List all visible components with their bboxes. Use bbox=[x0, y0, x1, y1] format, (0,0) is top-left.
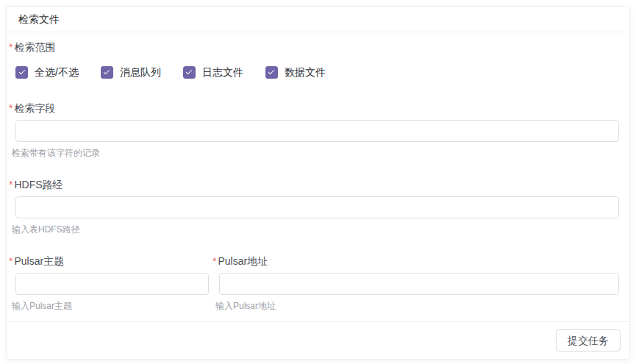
checkbox-label: 全选/不选 bbox=[35, 65, 79, 79]
scope-checkbox-group: 全选/不选 消息队列 日志文件 数据文件 bbox=[15, 65, 619, 79]
checkbox-label: 消息队列 bbox=[120, 65, 161, 79]
pulsar-topic-helper-text: 输入Pulsar主题 bbox=[12, 301, 209, 311]
pulsar-topic-input[interactable] bbox=[15, 273, 209, 295]
card-footer: 提交任务 bbox=[7, 321, 629, 359]
scope-label-text: 检索范围 bbox=[14, 41, 55, 53]
pulsar-topic-label-text: Pulsar主题 bbox=[14, 255, 64, 267]
checkbox-checked-icon bbox=[101, 66, 113, 79]
submit-task-button[interactable]: 提交任务 bbox=[556, 329, 621, 351]
pulsar-topic-label: * Pulsar主题 bbox=[9, 255, 209, 267]
checkbox-checked-icon bbox=[265, 66, 278, 79]
checkbox-checked-icon bbox=[183, 66, 196, 79]
check-icon bbox=[104, 68, 110, 74]
keyword-helper-text: 检索带有该字符的记录 bbox=[12, 148, 619, 158]
check-icon bbox=[18, 68, 24, 74]
hdfs-helper-text: 输入表HDFS路径 bbox=[12, 224, 619, 235]
check-icon bbox=[186, 68, 192, 74]
hdfs-field-label: * HDFS路经 bbox=[9, 179, 619, 190]
required-asterisk: * bbox=[9, 41, 12, 53]
checkbox-label: 日志文件 bbox=[202, 65, 243, 79]
pulsar-address-input[interactable] bbox=[219, 273, 619, 295]
pulsar-address-field: * Pulsar地址 输入Pulsar地址 bbox=[219, 255, 619, 311]
keyword-field-label: * 检索字段 bbox=[9, 102, 619, 114]
pulsar-address-label-text: Pulsar地址 bbox=[218, 255, 268, 267]
keyword-label-text: 检索字段 bbox=[14, 102, 55, 114]
required-asterisk: * bbox=[9, 179, 12, 190]
checkbox-log-files[interactable]: 日志文件 bbox=[183, 65, 243, 79]
checkbox-select-all[interactable]: 全选/不选 bbox=[15, 65, 79, 79]
card-header: 检索文件 bbox=[7, 7, 629, 32]
search-files-form: * 检索范围 全选/不选 消息队列 日志文件 数据文件 * 检索 bbox=[7, 32, 629, 311]
scope-field-label: * 检索范围 bbox=[9, 41, 619, 53]
required-asterisk: * bbox=[9, 255, 12, 267]
required-asterisk: * bbox=[9, 102, 12, 114]
checkbox-label: 数据文件 bbox=[285, 65, 326, 79]
checkbox-data-files[interactable]: 数据文件 bbox=[265, 65, 326, 79]
keyword-input[interactable] bbox=[15, 120, 619, 142]
hdfs-label-text: HDFS路经 bbox=[14, 179, 62, 190]
pulsar-address-label: * Pulsar地址 bbox=[212, 255, 619, 267]
checkbox-message-queue[interactable]: 消息队列 bbox=[101, 65, 161, 79]
check-icon bbox=[268, 68, 274, 74]
card-title: 检索文件 bbox=[18, 13, 60, 25]
pulsar-topic-field: * Pulsar主题 输入Pulsar主题 bbox=[15, 255, 209, 311]
pulsar-address-helper-text: 输入Pulsar地址 bbox=[215, 301, 619, 311]
search-files-card: 检索文件 * 检索范围 全选/不选 消息队列 日志文件 数据文件 bbox=[6, 6, 630, 360]
checkbox-checked-icon bbox=[15, 66, 28, 79]
hdfs-path-input[interactable] bbox=[15, 196, 619, 218]
required-asterisk: * bbox=[212, 255, 216, 267]
pulsar-row: * Pulsar主题 输入Pulsar主题 * Pulsar地址 输入Pulsa… bbox=[15, 255, 619, 311]
